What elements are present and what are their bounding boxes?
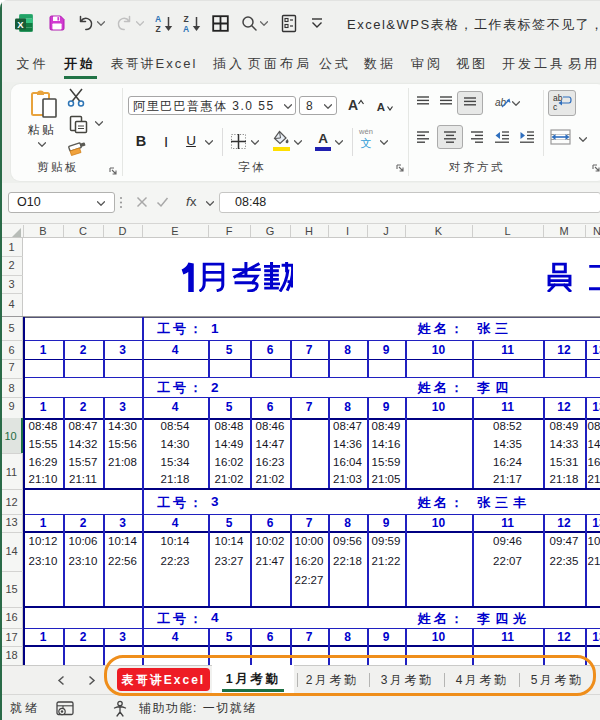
svg-text:A: A: [155, 14, 161, 24]
svg-text:A: A: [377, 101, 385, 113]
svg-text:ab: ab: [495, 97, 507, 108]
svg-text:A: A: [183, 24, 189, 34]
svg-text:Z: Z: [183, 14, 188, 24]
svg-text:A: A: [348, 97, 358, 113]
svg-text:X: X: [17, 19, 24, 30]
svg-text:Z: Z: [155, 24, 160, 34]
svg-text:c: c: [553, 102, 558, 112]
